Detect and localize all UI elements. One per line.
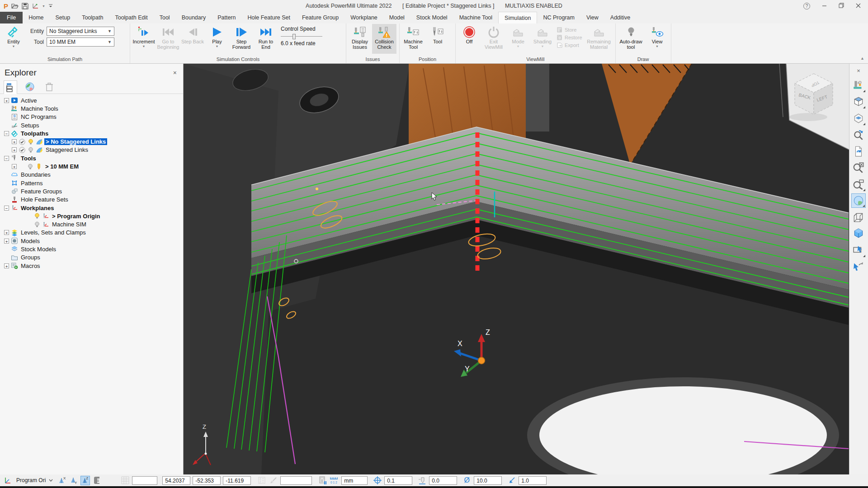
calculator-icon[interactable]	[318, 476, 327, 485]
collapse-icon[interactable]: −	[4, 156, 9, 161]
tab-view[interactable]: View	[580, 12, 604, 23]
view-along-x-icon[interactable]: X	[57, 476, 66, 485]
explorer-close-icon[interactable]: ×	[173, 69, 177, 76]
close-icon[interactable]	[856, 2, 861, 10]
viewmill-off-button[interactable]: Off	[457, 24, 481, 54]
tree-item-machine-sim[interactable]: Machine SIM	[2, 220, 183, 228]
step-forward-button[interactable]: Step Forward	[229, 24, 254, 54]
tolerance-field[interactable]: 0.1	[384, 476, 412, 485]
grid-icon[interactable]	[120, 476, 130, 485]
view-along-y-icon[interactable]: Y	[69, 476, 78, 485]
expand-icon[interactable]: +	[12, 164, 17, 169]
refresh-view-button[interactable]	[851, 127, 866, 142]
viewmill-shading-button[interactable]: Shading ▼	[530, 24, 555, 54]
viewport-3d[interactable]: Z X Y Z BACK LEFT	[184, 64, 849, 474]
run-to-end-button[interactable]: Run to End	[254, 24, 278, 54]
tree-item-groups[interactable]: Groups	[2, 253, 183, 262]
cursor-z-field[interactable]: -11.619	[223, 476, 251, 485]
customize-qat-icon[interactable]	[48, 2, 53, 10]
workplane-select[interactable]: Program Ori	[14, 477, 55, 483]
bulb-on-icon[interactable]	[27, 138, 35, 145]
bulb-on-icon[interactable]	[33, 212, 41, 220]
cursor-y-field[interactable]: -52.353	[193, 476, 221, 485]
probe-icon[interactable]	[269, 476, 278, 485]
expand-icon[interactable]: +	[12, 147, 17, 152]
remaining-material-button[interactable]: Remaining Material	[584, 24, 614, 54]
tab-model[interactable]: Model	[383, 12, 410, 23]
collapse-icon[interactable]: −	[4, 131, 9, 136]
view-toolbar-close-icon[interactable]: ×	[857, 65, 860, 76]
tab-setup[interactable]: Setup	[50, 12, 76, 23]
tree-item-toolpaths[interactable]: −Toolpaths	[2, 129, 183, 137]
tree-item-setups[interactable]: Setups	[2, 121, 183, 129]
tree-item-10-mm-em[interactable]: +> 10 MM EM	[2, 162, 183, 170]
tab-tool[interactable]: Tool	[154, 12, 176, 23]
qat-dropdown-icon[interactable]: ▼	[42, 5, 45, 8]
viewmill-mode-button[interactable]: Mode ▼	[506, 24, 530, 54]
tree-item-feature-groups[interactable]: Feature Groups	[2, 187, 183, 195]
expand-icon[interactable]: +	[12, 139, 17, 144]
tree-view-icon[interactable]	[4, 80, 17, 94]
expand-icon[interactable]: +	[4, 98, 9, 103]
minimize-icon[interactable]	[822, 2, 827, 10]
tab-workplane[interactable]: Workplane	[344, 12, 383, 23]
tab-toolpath[interactable]: Toolpath	[76, 12, 109, 23]
tab-machine-tool[interactable]: Machine Tool	[453, 12, 498, 23]
exit-viewmill-button[interactable]: Exit ViewMill	[481, 24, 506, 54]
expand-icon[interactable]: +	[4, 263, 9, 268]
tab-additive[interactable]: Additive	[604, 12, 636, 23]
tab-stock-model[interactable]: Stock Model	[410, 12, 453, 23]
tab-nc-program[interactable]: NC Program	[537, 12, 580, 23]
play-button[interactable]: Play ▼	[205, 24, 229, 54]
tree-item-staggered-links[interactable]: +Staggered Links	[2, 146, 183, 154]
thickness-icon[interactable]	[417, 476, 427, 485]
thickness-field[interactable]: 0.0	[429, 476, 457, 485]
viewmill-restore-button[interactable]: Restore	[557, 34, 582, 41]
display-issues-button[interactable]: Display Issues	[348, 24, 372, 54]
position-tool-button[interactable]: Tool	[425, 24, 450, 54]
cursor-x-field[interactable]: 54.2037	[162, 476, 190, 485]
tree-item-program-origin[interactable]: > Program Origin	[2, 212, 183, 220]
expand-icon[interactable]: +	[4, 230, 9, 235]
expand-icon[interactable]: +	[4, 239, 9, 244]
tree-item-active[interactable]: +Active	[2, 96, 183, 104]
tab-simulation[interactable]: Simulation	[498, 12, 537, 23]
tab-toolpath-edit[interactable]: Toolpath Edit	[109, 12, 153, 23]
tree-item-levels-sets-and-clamps[interactable]: +Levels, Sets and Clamps	[2, 229, 183, 237]
workplane-tool-icon[interactable]	[32, 2, 39, 10]
scale-field[interactable]: 1.0	[519, 476, 547, 485]
regenerate-view-button[interactable]	[851, 144, 866, 159]
go-to-beginning-button[interactable]: Go to Beginning	[156, 24, 180, 54]
machine-tool-position-button[interactable]	[851, 78, 866, 93]
check-icon[interactable]	[19, 146, 26, 154]
coordinate-list-icon[interactable]: XYZ	[257, 476, 266, 485]
viewmill-store-button[interactable]: Store	[557, 27, 582, 33]
measure-field[interactable]	[280, 476, 312, 485]
collision-check-button[interactable]: Collision Check	[372, 24, 396, 54]
auto-draw-tool-button[interactable]: Auto-draw tool	[617, 24, 645, 54]
tree-item-workplanes[interactable]: −Workplanes	[2, 204, 183, 212]
zoom-window-button[interactable]	[851, 177, 866, 192]
tab-feature-group[interactable]: Feature Group	[296, 12, 344, 23]
wireframe-view-button[interactable]	[851, 210, 866, 225]
bulb-off-icon[interactable]	[27, 146, 35, 154]
tree-item-nc-programs[interactable]: GNC Programs	[2, 113, 183, 121]
clamp-icon[interactable]	[92, 476, 102, 485]
help-icon[interactable]: ?	[803, 3, 810, 9]
view-along-z-icon[interactable]: Z	[80, 476, 90, 485]
units-field[interactable]: mm	[341, 476, 368, 485]
tree-item-patterns[interactable]: Patterns	[2, 179, 183, 187]
slider-thumb[interactable]	[292, 34, 296, 39]
tab-hole-feature-set[interactable]: Hole Feature Set	[241, 12, 296, 23]
tree-item-models[interactable]: +Models	[2, 237, 183, 245]
open-project-icon[interactable]	[11, 2, 19, 10]
tab-pattern[interactable]: Pattern	[212, 12, 241, 23]
draw-view-button[interactable]: View ▼	[645, 24, 670, 54]
tree-item-machine-tools[interactable]: Machine Tools	[2, 104, 183, 113]
ribbon-collapse-icon[interactable]: ▲	[860, 56, 864, 61]
restore-icon[interactable]	[839, 2, 844, 10]
bulb-off-icon[interactable]	[33, 221, 41, 228]
tool-select[interactable]: 10 MM EM▼	[47, 38, 114, 47]
globe-view-icon[interactable]	[23, 80, 37, 94]
bulb-off-icon[interactable]	[27, 163, 34, 170]
